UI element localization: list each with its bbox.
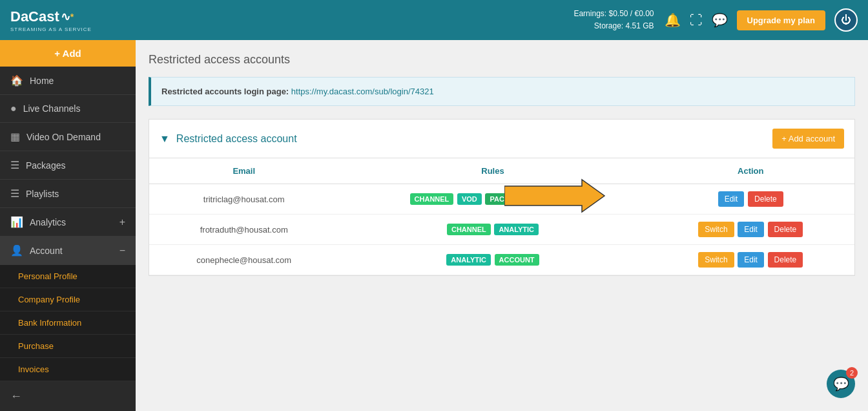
table-row: conephecle@housat.com ANALYTIC ACCOUNT S… (149, 245, 854, 275)
action-cell: Switch Edit Delete (647, 245, 854, 275)
page-title: Restricted access accounts (149, 53, 855, 67)
col-rules: Rules (338, 158, 646, 184)
layout: + Add 🏠 Home ● Live Channels ▦ Video On … (0, 40, 868, 411)
table-container: Email Rules Action tritriclag@housat.com… (149, 158, 855, 276)
email-cell: tritriclag@housat.com (149, 184, 338, 215)
fullscreen-icon[interactable]: ⛶ (690, 13, 703, 28)
chat-icon[interactable]: 💬 (712, 12, 728, 28)
rules-cell: CHANNEL ANALYTIC (338, 215, 646, 245)
logo-subtitle: STREAMING AS A SERVICE (10, 26, 92, 32)
sidebar-item-bank-information[interactable]: Bank Information (0, 311, 136, 335)
collapse-icon[interactable]: ▼ (160, 133, 170, 145)
sidebar-label-playlists: Playlists (26, 189, 59, 199)
edit-button-3[interactable]: Edit (738, 252, 764, 268)
col-action: Action (647, 158, 854, 184)
upgrade-button[interactable]: Upgrade my plan (737, 10, 825, 30)
edit-button-1[interactable]: Edit (718, 191, 745, 207)
sidebar-item-purchase[interactable]: Purchase (0, 335, 136, 358)
table-row: tritriclag@housat.com CHANNEL VOD PACKAG… (149, 184, 854, 215)
switch-button-2[interactable]: Switch (698, 222, 734, 237)
storage-label: Storage: 4.51 GB (574, 20, 654, 32)
logo-wave-icon: ∿ (61, 10, 70, 24)
sidebar-label-analytics: Analytics (30, 217, 66, 227)
analytics-expand-icon[interactable]: + (119, 216, 125, 228)
sidebar-label-home: Home (30, 76, 54, 86)
account-icon: 👤 (10, 244, 23, 257)
account-collapse-icon[interactable]: − (119, 245, 125, 257)
delete-button-1[interactable]: Delete (748, 191, 783, 207)
sidebar-item-analytics[interactable]: 📊 Analytics + (0, 208, 136, 237)
earnings-label: Earnings: $0.50 / €0.00 (574, 8, 654, 20)
logo-text: DaCast (10, 8, 59, 25)
tag-vod: VOD (457, 193, 482, 205)
sidebar-item-account[interactable]: 👤 Account − (0, 237, 136, 265)
main-content: Restricted access accounts Restricted ac… (136, 40, 868, 411)
tag-playlist: PLAYLIST (533, 193, 575, 205)
email-cell: frotraduth@housat.com (149, 215, 338, 245)
edit-button-2[interactable]: Edit (738, 222, 764, 237)
rules-cell: CHANNEL VOD PACKAGE PLAYLIST (338, 184, 646, 215)
sidebar-item-playlists[interactable]: ☰ Playlists (0, 180, 136, 208)
sidebar-item-invoices[interactable]: Invoices (0, 358, 136, 381)
delete-button-2[interactable]: Delete (768, 222, 803, 237)
switch-button-3[interactable]: Switch (698, 252, 734, 268)
sidebar-label-live: Live Channels (23, 103, 81, 114)
sidebar-item-vod[interactable]: ▦ Video On Demand (0, 123, 136, 151)
add-account-button[interactable]: + Add account (772, 129, 844, 149)
section-header: ▼ Restricted access account + Add accoun… (149, 119, 855, 158)
tag-analytic: ANALYTIC (446, 254, 491, 266)
power-icon: ⏻ (841, 14, 851, 26)
sidebar-item-company-profile[interactable]: Company Profile (0, 288, 136, 311)
home-icon: 🏠 (10, 74, 23, 87)
tag-channel: CHANNEL (410, 193, 454, 205)
sidebar-label-account: Account (30, 246, 63, 256)
action-cell: Switch Edit Delete (647, 215, 854, 245)
delete-button-3[interactable]: Delete (768, 252, 803, 268)
tag-package: PACKAGE (485, 193, 529, 205)
packages-icon: ☰ (10, 159, 19, 171)
section-header-left: ▼ Restricted access account (160, 133, 297, 145)
tag-analytic: ANALYTIC (494, 224, 539, 235)
user-avatar[interactable]: ⏻ (834, 8, 858, 32)
analytics-icon: 📊 (10, 216, 23, 228)
email-cell: conephecle@housat.com (149, 245, 338, 275)
table-row: frotraduth@housat.com CHANNEL ANALYTIC S… (149, 215, 854, 245)
live-icon: ● (10, 103, 17, 114)
sidebar: + Add 🏠 Home ● Live Channels ▦ Video On … (0, 40, 136, 411)
playlists-icon: ☰ (10, 187, 19, 200)
sidebar-label-vod: Video On Demand (26, 132, 101, 142)
sidebar-item-live-channels[interactable]: ● Live Channels (0, 95, 136, 123)
sidebar-label-packages: Packages (26, 160, 65, 171)
action-cell: Edit Delete (647, 184, 854, 215)
bell-icon[interactable]: 🔔 (665, 12, 681, 28)
sidebar-item-personal-profile[interactable]: Personal Profile (0, 265, 136, 288)
info-link[interactable]: https://my.dacast.com/sub/login/74321 (291, 87, 434, 96)
logo-star-icon: * (70, 12, 74, 22)
tag-account: ACCOUNT (495, 254, 539, 266)
info-label: Restricted accounts login page: (161, 87, 289, 96)
back-button[interactable]: ← (0, 382, 136, 411)
earnings-info: Earnings: $0.50 / €0.00 Storage: 4.51 GB (574, 8, 654, 32)
accounts-table: Email Rules Action tritriclag@housat.com… (149, 158, 854, 275)
col-email: Email (149, 158, 338, 184)
sidebar-item-home[interactable]: 🏠 Home (0, 67, 136, 95)
rules-cell: ANALYTIC ACCOUNT (338, 245, 646, 275)
tag-channel: CHANNEL (447, 224, 491, 235)
add-button[interactable]: + Add (0, 40, 136, 67)
section-title: Restricted access account (176, 133, 297, 145)
header: DaCast ∿ * STREAMING AS A SERVICE Earnin… (0, 0, 868, 40)
chat-badge: 2 (846, 367, 858, 379)
chat-widget[interactable]: 💬 2 (827, 370, 855, 398)
info-box: Restricted accounts login page: https://… (149, 77, 855, 106)
logo-title: DaCast ∿ * (10, 8, 92, 25)
header-icons: 🔔 ⛶ 💬 (665, 12, 728, 28)
sidebar-item-packages[interactable]: ☰ Packages (0, 151, 136, 180)
vod-icon: ▦ (10, 131, 20, 143)
chat-widget-icon: 💬 (833, 376, 849, 392)
logo: DaCast ∿ * STREAMING AS A SERVICE (10, 8, 92, 32)
